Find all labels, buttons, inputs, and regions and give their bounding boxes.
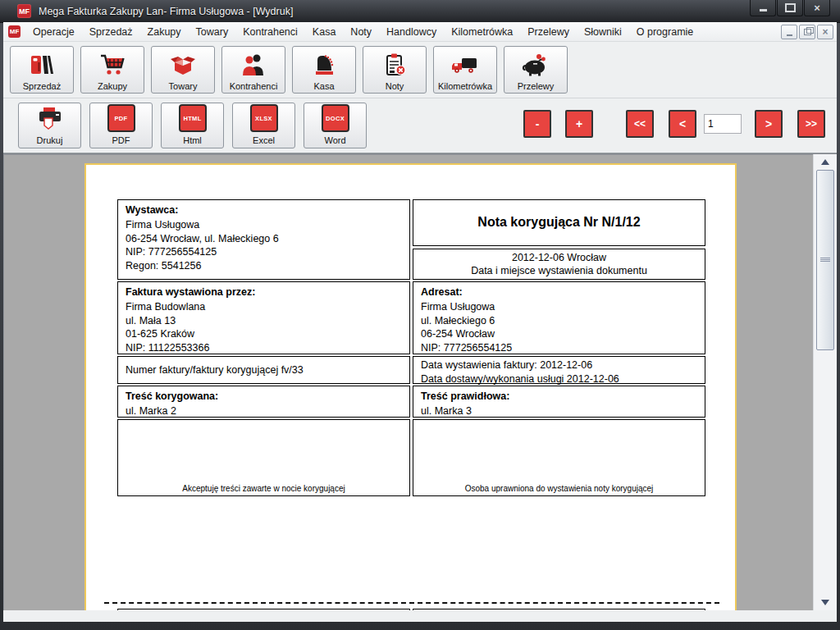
zoom-out-button[interactable]: - (523, 110, 551, 138)
addressee-heading: Adresat: (421, 286, 697, 298)
acceptance-signature-caption: Akceptuję treści zawarte w nocie koryguj… (118, 484, 409, 493)
menu-handlowcy[interactable]: Handlowcy (379, 24, 444, 40)
mdi-document-icon: MF (8, 25, 21, 38)
xlsx-badge-icon: XLSX (250, 104, 278, 132)
menu-towary[interactable]: Towary (189, 24, 236, 40)
maximize-button[interactable] (777, 0, 803, 16)
menu-slowniki[interactable]: Słowniki (577, 24, 629, 40)
scroll-down-button[interactable] (814, 596, 837, 609)
next-copy-left-box (117, 609, 410, 610)
print-button[interactable]: Drukuj (18, 103, 81, 148)
minimize-button[interactable] (750, 0, 776, 16)
toolbar-przelewy-button[interactable]: Przelewy (504, 46, 568, 94)
toolbar-kasa-button[interactable]: Kasa (292, 46, 356, 94)
vertical-scrollbar[interactable] (813, 154, 837, 610)
toolbar-button-label: Przelewy (518, 81, 555, 91)
menu-bar: MF Operacje Sprzedaż Zakupy Towary Kontr… (3, 22, 837, 42)
correct-heading: Treść prawidłowa: (421, 390, 697, 402)
mdi-close-icon: × (822, 27, 828, 37)
page-navigation: - + << < > >> (523, 110, 825, 138)
export-excel-button[interactable]: XLSX Excel (232, 103, 295, 148)
invoice-issuer-nip: NIP: 11122553366 (126, 341, 402, 355)
invoice-issue-date: Data wystawienia faktury: 2012-12-06 (421, 358, 697, 372)
export-button-label: Excel (253, 135, 275, 145)
menu-noty[interactable]: Noty (343, 24, 379, 40)
mdi-close-button[interactable]: × (817, 25, 833, 39)
html-badge-icon: HTML (179, 104, 207, 132)
docx-badge-icon: DOCX (322, 104, 349, 132)
export-html-button[interactable]: HTML Html (161, 103, 224, 148)
toolbar-button-label: Kontrahenci (230, 81, 278, 91)
zoom-in-button[interactable]: + (565, 110, 593, 138)
close-icon: × (814, 2, 820, 13)
next-page-button[interactable]: > (755, 110, 783, 138)
previous-page-button[interactable]: < (669, 110, 696, 138)
toolbar-towary-button[interactable]: Towary (151, 46, 215, 94)
toolbar-noty-button[interactable]: Noty (363, 46, 427, 94)
app-frame: MF Operacje Sprzedaż Zakupy Towary Kontr… (3, 22, 837, 622)
invoice-issuer-box: Faktura wystawiona przez: Firma Budowlan… (117, 281, 410, 354)
toolbar-button-label: Kilometrówka (438, 81, 492, 91)
page-number-input[interactable] (704, 114, 742, 134)
correct-value: ul. Marka 3 (421, 404, 697, 418)
export-word-button[interactable]: DOCX Word (304, 103, 367, 148)
print-button-label: Drukuj (37, 135, 63, 145)
issue-date: 2012-12-06 Wrocław (512, 251, 606, 264)
mdi-restore-button[interactable] (799, 25, 815, 39)
document-title: Nota korygująca Nr N/1/12 (413, 199, 705, 246)
addressee-nip: NIP: 777256554125 (421, 341, 697, 355)
page-cut-line (104, 602, 719, 604)
app-window: MF Mega Fakturka Zakupy Lan- Firma Usług… (0, 0, 840, 630)
first-page-button[interactable]: << (626, 110, 654, 138)
document-page: Wystawca: Firma Usługowa 06-254 Wrocław,… (84, 163, 737, 610)
pdf-badge-icon: PDF (107, 104, 135, 132)
invoice-dates-box: Data wystawienia faktury: 2012-12-06 Dat… (413, 356, 705, 384)
mdi-window-controls: × (781, 25, 833, 39)
mdi-minimize-button[interactable] (781, 25, 797, 39)
delivery-date: Data dostawy/wykonania usługi 2012-12-06 (421, 372, 697, 386)
issuer-box: Wystawca: Firma Usługowa 06-254 Wrocław,… (117, 199, 410, 280)
toolbar-button-label: Noty (386, 81, 404, 91)
menu-zakupy[interactable]: Zakupy (140, 24, 189, 40)
export-button-label: Html (183, 135, 202, 145)
maximize-icon (785, 3, 796, 12)
issuer-address: 06-254 Wrocław, ul. Małeckiego 6 (126, 232, 402, 246)
app-logo-icon: MF (17, 4, 31, 18)
issuer-nip: NIP: 777256554125 (126, 245, 402, 259)
menu-sprzedaz[interactable]: Sprzedaż (82, 24, 140, 40)
menu-przelewy[interactable]: Przelewy (520, 24, 577, 40)
menu-kasa[interactable]: Kasa (305, 24, 344, 40)
invoice-issuer-heading: Faktura wystawiona przez: (126, 286, 402, 298)
mdi-minimize-icon (787, 34, 792, 36)
box-icon (169, 52, 197, 81)
toolbar-kontrahenci-button[interactable]: Kontrahenci (221, 46, 285, 94)
issuer-regon: Regon: 5541256 (126, 259, 402, 273)
scroll-up-button[interactable] (814, 155, 837, 169)
menu-o-programie[interactable]: O programie (629, 24, 701, 40)
title-bar: MF Mega Fakturka Zakupy Lan- Firma Usług… (0, 0, 840, 23)
main-toolbar: Sprzedaż Zakupy Towary (3, 42, 837, 98)
menu-kontrahenci[interactable]: Kontrahenci (235, 24, 305, 40)
invoice-issuer-street: ul. Mała 13 (126, 314, 402, 328)
printer-icon (35, 106, 65, 135)
export-pdf-button[interactable]: PDF PDF (89, 103, 153, 148)
export-button-label: PDF (112, 135, 130, 145)
scrollbar-grip-icon (820, 258, 830, 262)
authorized-signature-box: Osoba uprawniona do wystawienia noty kor… (413, 419, 705, 496)
toolbar-sprzedaz-button[interactable]: Sprzedaż (10, 46, 74, 94)
toolbar-kilometrowka-button[interactable]: Kilometrówka (433, 46, 497, 94)
toolbar-zakupy-button[interactable]: Zakupy (80, 46, 144, 94)
addressee-street: ul. Małeckiego 6 (421, 314, 697, 328)
scrollbar-thumb[interactable] (816, 170, 834, 350)
minimize-icon (760, 9, 767, 11)
menu-operacje[interactable]: Operacje (25, 24, 82, 40)
close-button[interactable]: × (804, 0, 830, 16)
menu-kilometrowka[interactable]: Kilometrówka (444, 24, 520, 40)
issue-date-caption: Data i miejsce wystawienia dokumentu (471, 264, 647, 277)
corrected-heading: Treść korygowana: (126, 390, 402, 402)
toolbar-button-label: Kasa (313, 81, 334, 91)
invoice-issuer-name: Firma Budowlana (126, 300, 402, 314)
issuer-name: Firma Usługowa (126, 218, 402, 232)
last-page-button[interactable]: >> (797, 110, 825, 138)
cart-icon (98, 52, 126, 81)
